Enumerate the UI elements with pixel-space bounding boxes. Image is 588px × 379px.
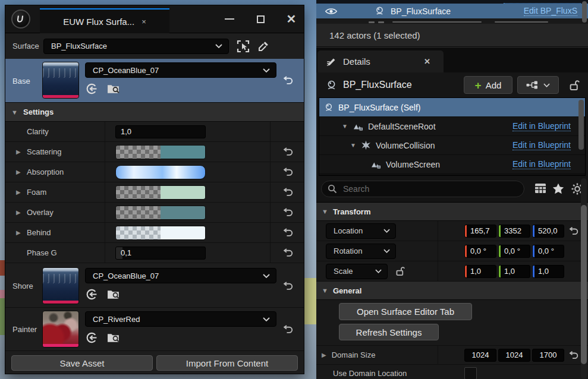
domain-size-label: Domain Size [332, 350, 376, 359]
save-asset-button[interactable]: Save Asset [11, 355, 153, 371]
edit-in-blueprint-link[interactable]: Edit in Blueprint [512, 140, 571, 150]
component-row-self[interactable]: BP_FluxSurface (Self) [319, 98, 585, 117]
foam-color-swatch[interactable] [115, 185, 206, 200]
scale-z-field[interactable]: 1,0 [532, 265, 564, 278]
favorites-star-icon[interactable] [552, 183, 564, 194]
search-input[interactable] [342, 184, 493, 194]
base-asset-row: Base CP_OceanBlue_07 [5, 59, 304, 103]
overlay-color-swatch[interactable] [115, 206, 206, 220]
reset-scattering-button[interactable] [282, 147, 293, 156]
rotation-z-field[interactable]: 0,0 ° [532, 245, 564, 258]
component-tree-scrollbar[interactable] [578, 100, 584, 150]
use-selected-asset-button[interactable] [85, 288, 98, 301]
location-dropdown[interactable]: Location [326, 223, 396, 239]
painter-asset-thumbnail[interactable] [42, 311, 79, 348]
rotation-dropdown[interactable]: Rotation [326, 244, 396, 259]
clarity-input[interactable]: 1,0 [115, 125, 206, 138]
tab-details[interactable]: Details ✕ [317, 50, 444, 72]
shore-asset-thumbnail[interactable] [42, 267, 79, 304]
tab-euw-flux-surface[interactable]: EUW Flux Surfa... × [40, 8, 169, 34]
transform-section-header[interactable]: ▼ Transform [316, 203, 588, 221]
expander-icon[interactable]: ▶ [16, 209, 24, 216]
domain-size-z-field[interactable]: 1700 [532, 349, 564, 362]
reset-phase-g-button[interactable] [282, 248, 293, 257]
maximize-button[interactable] [255, 14, 266, 24]
blueprint-hierarchy-button[interactable] [517, 76, 559, 94]
base-asset-dropdown[interactable]: CP_OceanBlue_07 [85, 62, 276, 78]
search-box[interactable] [321, 181, 524, 197]
close-button[interactable]: ✕ [286, 14, 297, 24]
reset-absorption-button[interactable] [282, 168, 293, 176]
scale-dropdown[interactable]: Scale [326, 264, 388, 279]
general-section-header[interactable]: ▼ General [316, 282, 588, 300]
reset-base-button[interactable] [282, 76, 293, 85]
base-asset-value: CP_OceanBlue_07 [86, 66, 263, 75]
reset-domain-size-button[interactable] [568, 351, 578, 359]
surface-dropdown[interactable]: BP_FluxSurface [43, 39, 229, 54]
scale-y-field[interactable]: 1,0 [498, 265, 530, 278]
scattering-color-swatch[interactable] [115, 145, 206, 159]
use-selected-asset-button[interactable] [85, 331, 98, 344]
expander-icon[interactable]: ▶ [16, 149, 24, 155]
reset-foam-button[interactable] [282, 188, 293, 197]
collapse-triangle-icon: ▼ [322, 208, 328, 215]
pick-actor-button[interactable] [235, 38, 251, 55]
expander-icon[interactable]: ▼ [342, 123, 348, 130]
outliner-selected-row[interactable]: BP_FluxSurface Edit BP_FluxS [316, 4, 588, 18]
location-y-field[interactable]: 3352 [498, 225, 530, 238]
lock-open-icon[interactable] [570, 80, 580, 91]
phase-g-input[interactable]: 0,1 [115, 247, 206, 260]
use-selected-asset-button[interactable] [85, 83, 98, 95]
component-row-defaultsceneroot[interactable]: ▼ DefaultSceneRoot Edit in Blueprint [319, 117, 585, 136]
domain-size-y-field[interactable]: 1024 [498, 349, 530, 362]
import-from-content-button[interactable]: Import From Content [156, 355, 298, 371]
browse-to-asset-button[interactable] [107, 332, 121, 343]
expander-icon[interactable]: ▶ [16, 169, 24, 175]
rotation-y-field[interactable]: 0,0 ° [498, 245, 530, 258]
component-row-volumecollision[interactable]: ▼ VolumeCollision Edit in Blueprint [319, 136, 585, 155]
visibility-eye-icon[interactable] [325, 7, 338, 15]
browse-to-asset-button[interactable] [107, 83, 121, 94]
outliner-edit-link[interactable]: Edit BP_FluxS [524, 6, 577, 16]
settings-header-label: Settings [23, 108, 54, 116]
location-z-field[interactable]: 520,0 [532, 225, 564, 238]
reset-shore-button[interactable] [282, 282, 293, 290]
edit-in-blueprint-link[interactable]: Edit in Blueprint [512, 121, 571, 131]
viewport-background-red [0, 260, 5, 276]
painter-asset-dropdown[interactable]: CP_RiverRed [85, 311, 276, 327]
details-tab-close-icon[interactable]: ✕ [424, 57, 430, 66]
shore-asset-dropdown[interactable]: CP_OceanBlue_07 [85, 268, 276, 283]
reset-behind-button[interactable] [282, 228, 293, 237]
behind-color-swatch[interactable] [115, 226, 206, 240]
use-domain-location-checkbox[interactable] [464, 367, 477, 379]
domain-size-x-field[interactable]: 1024 [464, 349, 496, 362]
base-asset-thumbnail[interactable] [42, 62, 79, 99]
expander-icon[interactable]: ▶ [16, 229, 24, 236]
browse-to-asset-button[interactable] [107, 289, 121, 300]
expander-icon[interactable]: ▶ [16, 189, 24, 195]
reset-location-button[interactable] [568, 227, 578, 235]
details-scrollbar-thumb[interactable] [581, 205, 587, 364]
component-row-volumescreen[interactable]: VolumeScreen Edit in Blueprint [319, 155, 585, 174]
edit-in-blueprint-link[interactable]: Edit in Blueprint [512, 159, 571, 169]
reset-overlay-button[interactable] [282, 208, 293, 217]
window-titlebar[interactable]: EUW Flux Surfa... × ✕ [5, 5, 304, 33]
scale-lock-open-icon[interactable] [396, 266, 405, 276]
absorption-color-swatch[interactable] [115, 165, 206, 179]
add-component-button[interactable]: + Add [464, 76, 512, 94]
rotation-x-field[interactable]: 0,0 ° [464, 245, 496, 258]
display-filter-grid-icon[interactable] [534, 183, 546, 194]
outliner-scrollbar[interactable] [582, 1, 587, 23]
eyedropper-button[interactable] [255, 38, 272, 55]
refresh-settings-button[interactable]: Refresh Settings [339, 324, 439, 340]
viewport-background-yellowgreen [304, 278, 316, 324]
minimize-button[interactable] [224, 14, 235, 24]
tab-close-icon[interactable]: × [142, 17, 146, 26]
expander-icon[interactable]: ▼ [350, 142, 356, 149]
reset-painter-button[interactable] [282, 325, 293, 334]
expander-icon[interactable]: ▶ [322, 352, 326, 358]
scale-x-field[interactable]: 1,0 [464, 265, 496, 278]
open-surface-editor-tab-button[interactable]: Open Surface Editor Tab [339, 303, 472, 320]
location-x-field[interactable]: 165,7 [464, 225, 496, 238]
settings-section-header[interactable]: ▼ Settings [5, 103, 304, 122]
